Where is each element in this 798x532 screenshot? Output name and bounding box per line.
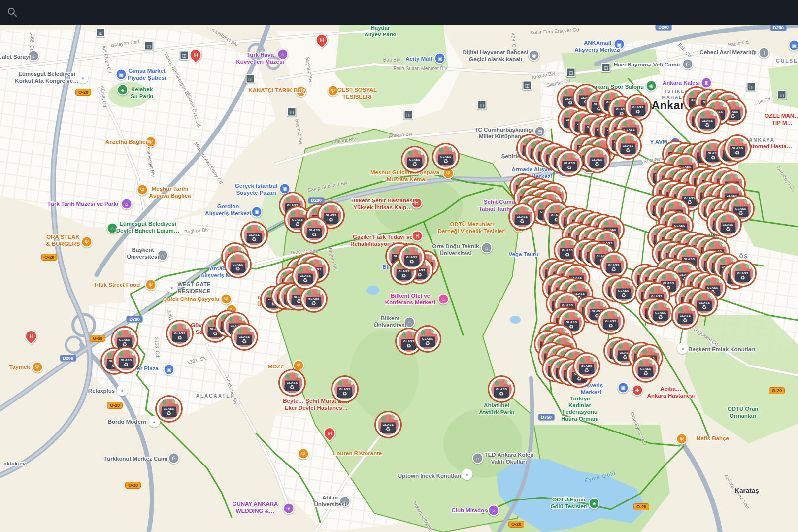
poi-label[interactable]: Bilkent Şehir HastanesiYüksek İhtisas Ka… (351, 198, 414, 211)
glass-recycling-marker[interactable]: GLASS♻ (332, 377, 357, 401)
glass-recycling-marker[interactable]: GLASS♻ (376, 412, 400, 437)
poi-label[interactable]: Taymek (9, 364, 30, 371)
poi-label[interactable]: Relaxplus (88, 388, 115, 395)
restaurant-icon[interactable]: Ψ (145, 279, 157, 291)
poi-label[interactable]: Türk HavaKuvvetleri Müzesi (236, 52, 284, 65)
poi-label[interactable]: ODTÜ OranOrmanları (728, 406, 759, 419)
glass-recycling-marker[interactable]: GLASS♻ (601, 253, 626, 277)
map-canvas[interactable]: 1466. Cd.İstasyon Cad.Ahi Elvan Cd.Kürşa… (0, 0, 798, 532)
shopping-icon[interactable]: ▣ (251, 206, 263, 218)
poi-label[interactable]: TED Ankara KolejiVakfı Okulları (484, 452, 533, 465)
poi-label[interactable]: ANKAmallAlışveriş Merkezi (574, 40, 620, 53)
poi-label[interactable]: BilkentÜniversitesi (374, 315, 406, 329)
poi-label[interactable]: Başkent Emlak Konutları (688, 346, 755, 353)
poi-label[interactable]: Louren Ristorante (333, 450, 382, 457)
glass-recycling-marker[interactable]: GLASS♻ (731, 261, 755, 286)
poi-label[interactable]: Türk Tarih Müzesi ve Parkı (47, 201, 118, 208)
mosque-icon[interactable]: ☪ (682, 59, 694, 70)
glass-recycling-marker[interactable]: GLASS♻ (302, 218, 327, 242)
poi-label[interactable]: MOZZ (268, 364, 284, 370)
poi-label[interactable]: Türkkonut Merkez Cami (103, 456, 167, 463)
glass-recycling-marker[interactable]: GLASS♻ (616, 133, 640, 158)
restaurant-icon[interactable]: Ψ (137, 184, 148, 196)
glass-recycling-marker[interactable]: GLASS♻ (574, 354, 599, 378)
poi-label[interactable]: KANATÇI TARIK BBQ (248, 87, 306, 94)
poi-label[interactable]: Tiftik Street Food (94, 282, 140, 289)
poi-label[interactable]: ORA'STEAK& BURGERS (46, 234, 80, 247)
poi-label[interactable]: TürkiyeKadınlarFederasyonuHatıra Ormanı (561, 396, 598, 422)
poi-label[interactable]: AhlatlıbelAtatürk Parkı (479, 402, 514, 416)
poi-label[interactable]: Vega Tauru (508, 251, 538, 258)
poi-label[interactable]: AtılımÜniversitesi (314, 495, 346, 508)
poi-label[interactable]: Nefis Bahçe (697, 435, 729, 442)
poi-label[interactable]: BaşkentÜniversitesi (127, 247, 159, 260)
glass-recycling-marker[interactable]: GLASS♻ (510, 204, 534, 229)
library-icon[interactable]: ▤ (534, 126, 546, 137)
dot-icon[interactable]: ● (462, 469, 473, 480)
poi-label[interactable]: er Plaza (137, 366, 158, 372)
glass-recycling-marker[interactable]: GLASS♻ (399, 245, 424, 269)
glass-recycling-marker[interactable]: GLASS♻ (415, 327, 440, 351)
zoo-icon[interactable]: ◉ (529, 50, 540, 61)
poi-label[interactable]: Meşhur TarihiAspava Bağlıca (149, 186, 191, 199)
poi-label[interactable]: Orta Doğu TeknikÜniversitesi (432, 243, 479, 257)
cart-icon[interactable]: ▣ (789, 40, 798, 51)
poi-label[interactable]: Acity Mall (405, 56, 432, 63)
poi-label[interactable]: GordionAlışveriş Merkezi (205, 203, 251, 217)
restaurant-icon[interactable]: Ψ (32, 362, 43, 373)
restaurant-icon[interactable]: Ψ (676, 433, 688, 445)
castle-icon[interactable]: ♜ (701, 77, 712, 89)
poi-label[interactable]: GEST SOSYALTESİSLERİ (337, 87, 377, 100)
poi-label[interactable]: Ankara Kalesi (663, 80, 700, 87)
poi-label[interactable]: Anzelha Bağlıca (105, 139, 149, 146)
medical-icon[interactable]: ✚ (632, 385, 643, 396)
transit-station-icon[interactable]: ◫ (180, 51, 189, 60)
restaurant-icon[interactable]: Ψ (298, 448, 309, 460)
glass-recycling-marker[interactable]: GLASS♻ (716, 212, 740, 237)
glass-recycling-marker[interactable]: GLASS♻ (226, 252, 250, 277)
dot-icon[interactable]: ● (149, 416, 160, 428)
transit-station-icon[interactable]: ◫ (747, 82, 756, 92)
transit-station-icon[interactable]: ◫ (477, 100, 487, 110)
transit-station-icon[interactable]: ◫ (404, 110, 413, 120)
dot-icon[interactable]: ● (117, 385, 128, 396)
transit-station-icon[interactable]: ◫ (96, 28, 105, 37)
dot-icon[interactable]: ● (166, 282, 178, 293)
glass-recycling-marker[interactable]: GLASS♻ (633, 357, 658, 381)
poi-label[interactable]: Club Mirador (452, 507, 487, 514)
dot-icon[interactable]: ● (77, 72, 89, 84)
transit-station-icon[interactable]: ◫ (287, 107, 297, 117)
poi-label[interactable]: WEST GATERESIDENCE (177, 281, 211, 295)
stadium-icon[interactable]: ◉ (646, 80, 657, 92)
hotel-icon[interactable]: ⌂ (438, 294, 449, 305)
shopping-icon[interactable]: ▣ (279, 183, 291, 195)
glass-recycling-marker[interactable]: GLASS♻ (280, 370, 304, 395)
restaurant-icon[interactable]: Ψ (293, 360, 304, 371)
glass-recycling-marker[interactable]: GLASS♻ (626, 95, 650, 120)
shopping-icon[interactable]: ▣ (116, 69, 127, 80)
cemetery-icon[interactable]: † (759, 47, 770, 59)
poi-label[interactable]: Gimsa MarketPiyade Şubesi (128, 68, 166, 81)
glass-recycling-marker[interactable]: GLASS♻ (611, 278, 636, 303)
nightlife-icon[interactable]: ♪ (488, 505, 499, 516)
glass-recycling-marker[interactable]: GLASS♻ (433, 144, 458, 169)
glass-recycling-marker[interactable]: GLASS♻ (585, 147, 609, 172)
poi-label[interactable]: Uptown İncek Konutları (398, 473, 461, 480)
glass-recycling-marker[interactable]: GLASS♻ (557, 151, 582, 175)
glass-recycling-marker[interactable]: GLASS♻ (695, 108, 720, 133)
glass-recycling-marker[interactable]: GLASS♻ (648, 300, 673, 325)
poi-label[interactable]: Ankara Spor Salonu (590, 84, 644, 91)
restaurant-icon[interactable]: Ψ (81, 236, 93, 248)
glass-recycling-marker[interactable]: GLASS♻ (402, 147, 427, 172)
glass-recycling-marker[interactable]: GLASS♻ (489, 377, 514, 401)
museum-icon[interactable]: ⌂ (121, 199, 133, 210)
transit-station-icon[interactable]: ◫ (777, 90, 787, 100)
glass-recycling-marker[interactable]: GLASS♻ (114, 348, 138, 372)
park-icon[interactable]: ♣ (589, 498, 600, 509)
poi-label[interactable]: Y AVM (650, 139, 667, 146)
poi-label[interactable]: KelebekSu Parkı (131, 86, 153, 100)
restaurant-icon[interactable]: Ψ (221, 294, 232, 305)
poi-label[interactable]: Gerçek İstanbulSosyete Pazarı (235, 183, 277, 196)
restaurant-icon[interactable]: Ψ (443, 168, 454, 179)
poi-label[interactable]: Quick China Çayyolu (163, 296, 219, 303)
